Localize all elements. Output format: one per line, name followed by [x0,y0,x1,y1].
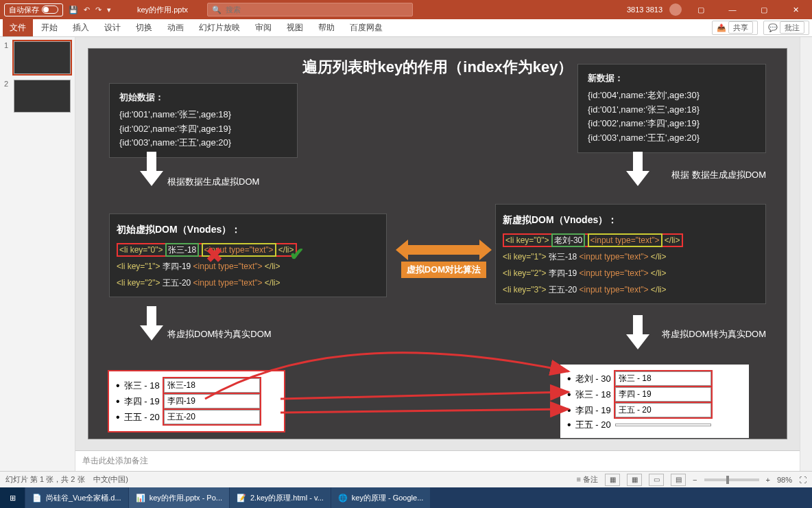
diff-arrow: 虚拟DOM对比算法 [396,240,492,278]
slide-counter: 幻灯片 第 1 张，共 2 张 [5,474,85,485]
taskbar-item[interactable]: 🌐 key的原理 - Google... [331,487,431,508]
account-name[interactable]: 3813 3813 [627,5,662,14]
ribbon-options-icon[interactable]: ▢ [689,0,713,19]
tab-home[interactable]: 开始 [34,19,64,36]
tab-design[interactable]: 设计 [97,19,128,36]
tab-review[interactable]: 审阅 [248,19,278,36]
arrow-down-icon [626,152,649,188]
zoom-out-icon[interactable]: − [693,476,697,484]
cross-icon: ✖ [206,235,223,276]
thumbnail-2[interactable] [14,80,71,113]
ribbon-tabs: 文件 开始 插入 设计 切换 动画 幻灯片放映 审阅 视图 帮助 百度网盘 📤 … [0,19,812,37]
autosave-toggle[interactable]: 自动保存 [4,3,63,16]
search-input[interactable] [226,5,408,14]
undo-icon[interactable]: ↶ [84,5,90,14]
start-button[interactable]: ⊞ [0,487,25,508]
tab-view[interactable]: 视图 [280,19,310,36]
tab-baidu[interactable]: 百度网盘 [343,19,390,36]
window-titlebar: 自动保存 💾 ↶ ↷ ▾ key的作用.pptx 🔍 3813 3813 ▢ —… [0,0,812,19]
touch-icon[interactable]: ▾ [107,5,111,14]
new-vnodes-box: 新虚拟DOM（Vnodes）： <li key="0"> 老刘-30 <inpu… [495,204,766,304]
tab-transitions[interactable]: 切换 [129,19,159,36]
taskbar-item[interactable]: 📊 key的作用.pptx - Po... [129,487,229,508]
right-scrollbar[interactable] [800,37,812,471]
zoom-level[interactable]: 98% [777,476,792,484]
initial-data-box: 初始数据： {id:'001',name:'张三',age:18} {id:'0… [109,83,298,158]
windows-taskbar: ⊞ 📄 尚硅谷_Vue全家桶.d... 📊 key的作用.pptx - Po..… [0,487,812,508]
left-real-dom: 张三 - 18张三-18 李四 - 19李四-19 王五 - 20王五-20 [109,371,284,431]
slideshow-view-icon[interactable]: ▤ [671,474,686,486]
tab-animations[interactable]: 动画 [160,19,191,36]
thumbnail-1[interactable] [14,41,71,74]
check-icon: ✔ [289,236,304,272]
right-real-dom: 老刘 - 30张三 - 18 张三 - 18李四 - 19 李四 - 19王五 … [560,365,749,438]
arrow-down-icon [626,315,649,351]
share-button[interactable]: 📤 共享 [712,21,758,35]
new-data-box: 新数据： {id:'004',name:'老刘',age:30} {id:'00… [577,64,766,153]
search-box[interactable]: 🔍 [207,3,413,16]
tab-slideshow[interactable]: 幻灯片放映 [192,19,247,36]
reading-view-icon[interactable]: ▭ [649,474,664,486]
gen-vdom-label: 根据数据生成虚拟DOM [167,176,259,188]
tab-insert[interactable]: 插入 [66,19,96,36]
filename: key的作用.pptx [137,5,188,15]
zoom-slider[interactable] [704,478,759,481]
tab-file[interactable]: 文件 [3,19,33,36]
status-bar: 幻灯片 第 1 张，共 2 张 中文(中国) ≡ 备注 ▦ ▦ ▭ ▤ − + … [0,471,812,487]
taskbar-item[interactable]: 📝 2.key的原理.html - v... [230,487,331,508]
comments-button[interactable]: 💬 批注 [763,21,809,35]
arrow-down-icon [140,152,163,188]
tab-help[interactable]: 帮助 [311,19,342,36]
zoom-in-icon[interactable]: + [766,476,770,484]
close-icon[interactable]: ✕ [783,0,808,19]
windows-icon: ⊞ [10,494,16,503]
fit-window-icon[interactable]: ⛶ [799,476,807,484]
initial-vnodes-box: 初始虚拟DOM（Vnodes）： <li key="0"> 张三-18 <inp… [109,213,387,297]
arrow-down-icon [140,306,163,343]
gen-vdom-label-r: 根据 数据生成虚拟DOM [671,169,766,181]
to-real-label: 将虚拟DOM转为真实DOM [167,328,272,340]
sorter-view-icon[interactable]: ▦ [627,474,642,486]
save-icon[interactable]: 💾 [69,5,78,14]
language-indicator[interactable]: 中文(中国) [93,474,128,485]
minimize-icon[interactable]: — [720,0,745,19]
taskbar-item[interactable]: 📄 尚硅谷_Vue全家桶.d... [25,487,128,508]
to-real-label-r: 将虚拟DOM转为真实DOM [662,328,766,340]
redo-icon[interactable]: ↷ [95,5,102,14]
search-icon: 🔍 [212,5,222,14]
notes-pane[interactable]: 单击此处添加备注 [75,450,800,471]
slide-thumbnails: 1 2 [0,37,75,471]
slide-canvas[interactable]: 遍历列表时key的作用（index作为key） 初始数据： {id:'001',… [88,48,787,439]
normal-view-icon[interactable]: ▦ [605,474,620,486]
account-avatar-icon[interactable] [669,3,682,16]
notes-toggle[interactable]: ≡ 备注 [577,474,598,485]
maximize-icon[interactable]: ▢ [752,0,776,19]
